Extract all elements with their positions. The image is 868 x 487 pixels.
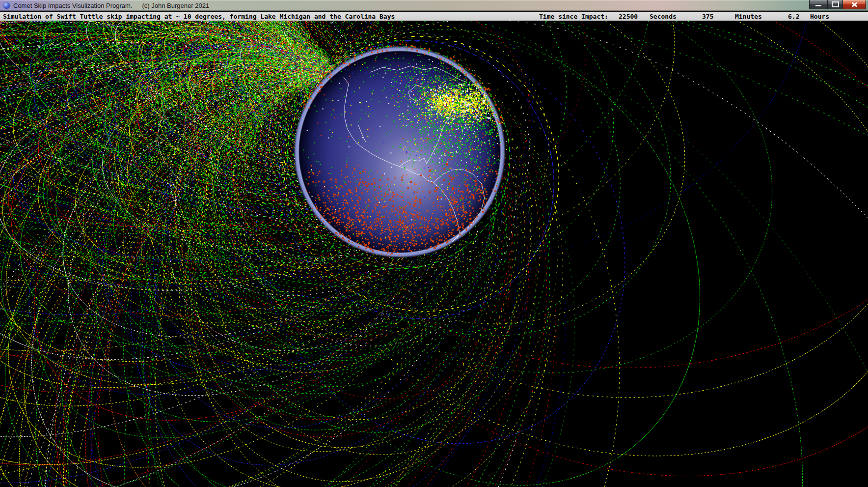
minutes-unit: Minutes bbox=[735, 12, 762, 21]
maximize-icon bbox=[832, 1, 839, 7]
window-controls bbox=[809, 0, 866, 9]
close-button[interactable] bbox=[842, 0, 866, 9]
status-bar: Simulation of Swift Tuttle skip impactin… bbox=[0, 11, 868, 21]
minimize-icon bbox=[815, 5, 821, 6]
seconds-unit: Seconds bbox=[650, 12, 677, 21]
simulation-description: Simulation of Swift Tuttle skip impactin… bbox=[3, 12, 395, 21]
minimize-button[interactable] bbox=[809, 0, 828, 9]
app-globe-icon bbox=[3, 2, 10, 9]
hours-value: 6.2 bbox=[788, 12, 799, 21]
close-icon bbox=[851, 2, 858, 7]
seconds-value: 22500 bbox=[619, 12, 638, 21]
window-copyright: (c) John Burgener 2021 bbox=[142, 2, 210, 9]
window-title-bar[interactable]: Comet Skip Impacts Visulization Program.… bbox=[0, 0, 868, 11]
earth-globe bbox=[287, 39, 513, 265]
time-since-impact-label: Time since Impact: bbox=[539, 12, 608, 21]
maximize-button[interactable] bbox=[827, 0, 843, 9]
hours-unit: Hours bbox=[810, 12, 829, 21]
window-title: Comet Skip Impacts Visulization Program. bbox=[13, 2, 133, 9]
minutes-value: 375 bbox=[702, 12, 713, 21]
